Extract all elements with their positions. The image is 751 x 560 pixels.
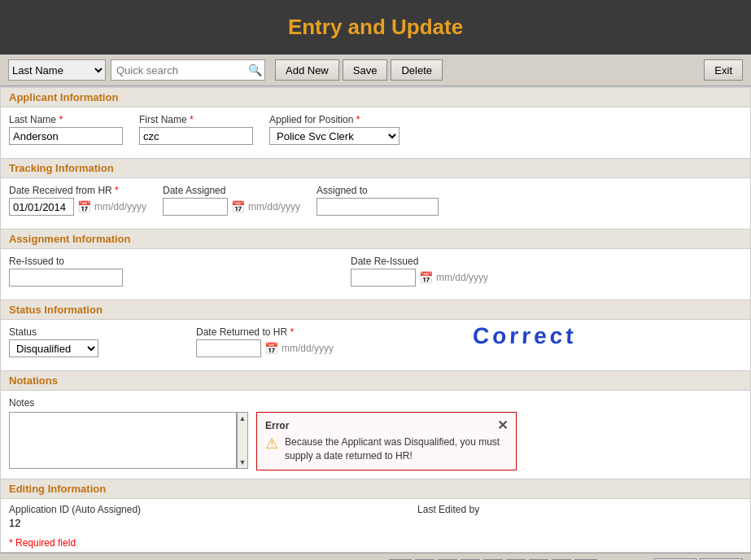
date-received-group: Date Received from HR * 📅 mm/dd/yyyy (9, 185, 146, 216)
notes-area: ▲ ▼ Error ✕ ⚠ Because the Applicant was … (9, 412, 742, 470)
save-button[interactable]: Save (343, 59, 388, 81)
calendar-icon-4[interactable]: 📅 (264, 342, 278, 355)
position-group: Applied for Position * Police Svc Clerk … (269, 114, 400, 145)
error-message: Because the Applicant was Disqualified, … (285, 435, 508, 463)
editing-section-body: Application ID (Auto Assigned) 12 Last E… (1, 499, 750, 534)
page-title: Entry and Update (15, 15, 736, 40)
calendar-icon-1[interactable]: 📅 (77, 200, 91, 213)
position-select[interactable]: Police Svc Clerk Officer Dispatcher (269, 127, 400, 145)
first-name-required: * (190, 114, 194, 125)
notes-scrollbar[interactable]: ▲ ▼ (237, 412, 248, 469)
calendar-icon-2[interactable]: 📅 (231, 200, 245, 213)
date-received-input[interactable] (9, 198, 74, 216)
applicant-field-row: Last Name * First Name * Applied for Pos… (9, 114, 742, 145)
toolbar-buttons: Add New Save Delete (275, 59, 443, 81)
date-assigned-group: Date Assigned 📅 mm/dd/yyyy (163, 185, 300, 216)
app-id-group: Application ID (Auto Assigned) 12 (9, 504, 141, 529)
scroll-up-icon[interactable]: ▲ (239, 414, 247, 422)
date-returned-label: Date Returned to HR * (196, 326, 334, 338)
status-section-body: Status Disqualified Active Pending Hired… (1, 320, 750, 370)
first-name-label: First Name * (139, 114, 253, 125)
date-reissued-label: Date Re-Issued (351, 256, 488, 267)
warning-icon: ⚠ (265, 435, 278, 453)
error-box: Error ✕ ⚠ Because the Applicant was Disq… (256, 412, 517, 470)
page-header: Entry and Update (0, 0, 751, 55)
assignment-section-header: Assignment Information (1, 229, 750, 249)
date-returned-row: 📅 mm/dd/yyyy (196, 339, 334, 357)
date-returned-group: Date Returned to HR * 📅 mm/dd/yyyy (196, 326, 334, 357)
notations-section-body: Notes ▲ ▼ Error ✕ ⚠ Because (1, 391, 750, 479)
last-name-group: Last Name * (9, 114, 123, 145)
last-name-required: * (59, 114, 63, 125)
delete-button[interactable]: Delete (391, 59, 443, 81)
assigned-to-label: Assigned to (317, 185, 439, 196)
position-label: Applied for Position * (269, 114, 400, 125)
date-returned-input[interactable] (196, 339, 261, 357)
scroll-down-icon[interactable]: ▼ (239, 458, 247, 466)
required-note: * Required field (1, 534, 750, 552)
tracking-section-body: Date Received from HR * 📅 mm/dd/yyyy Dat… (1, 178, 750, 229)
search-input[interactable] (111, 59, 265, 81)
tracking-section-header: Tracking Information (1, 158, 750, 178)
last-name-input[interactable] (9, 127, 123, 145)
date-reissued-group: Date Re-Issued 📅 mm/dd/yyyy (351, 256, 488, 287)
exit-button[interactable]: Exit (704, 59, 743, 81)
applicant-section-body: Last Name * First Name * Applied for Pos… (1, 107, 750, 158)
status-field-row: Status Disqualified Active Pending Hired… (9, 326, 742, 357)
reissued-to-input[interactable] (9, 269, 123, 287)
notations-section-header: Notations (1, 370, 750, 391)
date-assigned-label: Date Assigned (163, 185, 300, 196)
date-assigned-placeholder: mm/dd/yyyy (248, 201, 300, 212)
assignment-section-body: Re-Issued to Date Re-Issued 📅 mm/dd/yyyy (1, 249, 750, 300)
date-assigned-row: 📅 mm/dd/yyyy (163, 198, 300, 216)
add-new-button[interactable]: Add New (275, 59, 339, 81)
date-received-label: Date Received from HR * (9, 185, 146, 196)
last-edited-label: Last Edited by (417, 504, 479, 515)
reissued-to-group: Re-Issued to (9, 256, 123, 287)
date-returned-placeholder: mm/dd/yyyy (282, 343, 334, 354)
search-wrapper: 🔍 (111, 59, 265, 81)
date-reissued-row: 📅 mm/dd/yyyy (351, 269, 488, 287)
status-select[interactable]: Disqualified Active Pending Hired Withdr… (9, 339, 98, 357)
status-label: Status (9, 326, 98, 338)
status-section-header: Status Information (1, 300, 750, 320)
form-content: Applicant Information Last Name * First … (0, 86, 751, 553)
correct-annotation: Correct (472, 323, 577, 349)
last-name-label: Last Name * (9, 114, 123, 125)
reissued-to-label: Re-Issued to (9, 256, 123, 267)
error-content: ⚠ Because the Applicant was Disqualified… (265, 435, 508, 463)
search-dropdown[interactable]: Last Name First Name Application ID (8, 59, 106, 81)
error-title-text: Error (265, 420, 289, 431)
error-title-row: Error ✕ (265, 419, 508, 432)
date-reissued-input[interactable] (351, 269, 416, 287)
assigned-to-input[interactable] (317, 198, 439, 216)
toolbar: Last Name First Name Application ID 🔍 Ad… (0, 55, 751, 86)
search-icon: 🔍 (248, 63, 262, 77)
editing-section-header: Editing Information (1, 479, 750, 499)
error-close-button[interactable]: ✕ (497, 419, 508, 432)
first-name-group: First Name * (139, 114, 253, 145)
position-required: * (356, 114, 360, 125)
status-group: Status Disqualified Active Pending Hired… (9, 326, 98, 357)
last-edited-group: Last Edited by (417, 504, 479, 529)
assignment-field-row: Re-Issued to Date Re-Issued 📅 mm/dd/yyyy (9, 256, 742, 287)
first-name-input[interactable] (139, 127, 253, 145)
assigned-to-group: Assigned to (317, 185, 439, 216)
tracking-field-row: Date Received from HR * 📅 mm/dd/yyyy Dat… (9, 185, 742, 216)
pagination-bar: ◀◀ ◀ 8 9 10 11 12 ▶ ▶▶ [12 of 12] PDF Pr… (0, 553, 751, 560)
date-reissued-placeholder: mm/dd/yyyy (436, 272, 488, 283)
calendar-icon-3[interactable]: 📅 (419, 271, 433, 284)
date-received-placeholder: mm/dd/yyyy (94, 201, 146, 212)
date-received-row: 📅 mm/dd/yyyy (9, 198, 146, 216)
app-id-value: 12 (9, 517, 141, 529)
notes-textarea[interactable] (9, 412, 237, 469)
date-assigned-input[interactable] (163, 198, 228, 216)
notes-label: Notes (9, 397, 742, 409)
notes-input-wrapper: ▲ ▼ (9, 412, 248, 469)
app-id-label: Application ID (Auto Assigned) (9, 504, 141, 515)
applicant-section-header: Applicant Information (1, 87, 750, 107)
